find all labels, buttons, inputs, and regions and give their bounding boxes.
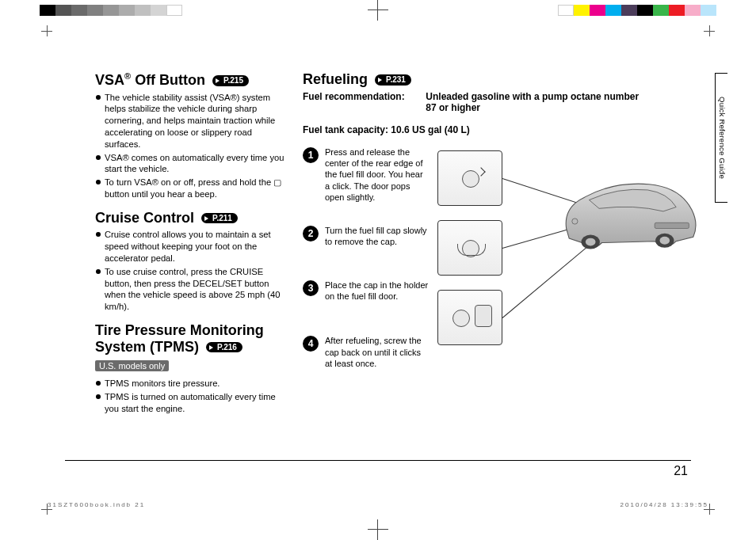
svg-point-5 <box>572 219 578 224</box>
fuel-recommendation: Fuel recommendation: Unleaded gasoline w… <box>303 91 691 113</box>
heading-tpms: Tire Pressure Monitoring System (TPMS) P… <box>95 322 290 355</box>
footer-imprint-left: 31SZT600book.indb 21 <box>48 501 145 508</box>
bullet-list: Cruise control allows you to maintain a … <box>95 229 290 312</box>
registration-mark-bottom <box>368 519 388 540</box>
page-ref: P.216 <box>206 342 242 353</box>
heading-vsa-off: VSA® Off Button P.215 <box>95 71 290 89</box>
step-2: 2 Turn the fuel fill cap slowly to remov… <box>303 225 430 248</box>
note-badge: U.S. models only <box>95 360 169 371</box>
illus-panel-2 <box>437 220 502 276</box>
page-content: Quick Reference Guide VSA® Off Button P.… <box>48 32 708 508</box>
step-number: 3 <box>303 280 319 296</box>
illus-panel-1 <box>437 150 502 206</box>
step-text: Press and release the center of the rear… <box>325 146 430 203</box>
step-number: 1 <box>303 147 319 163</box>
step-3: 3 Place the cap in the holder on the fue… <box>303 280 430 302</box>
bullet-list: TPMS monitors tire pressure. TPMS is tur… <box>95 378 290 414</box>
bullet: TPMS is turned on automatically every ti… <box>95 391 290 415</box>
heading-refueling: Refueling P.231 <box>303 71 691 88</box>
svg-point-3 <box>660 237 670 245</box>
svg-rect-4 <box>655 222 689 228</box>
bullet: Cruise control allows you to maintain a … <box>95 229 290 264</box>
fuel-capacity: Fuel tank capacity: 10.6 US gal (40 L) <box>303 124 691 135</box>
refueling-illustration <box>437 135 691 404</box>
color-swatches <box>558 5 716 16</box>
footer-rule <box>65 460 691 461</box>
step-text: Turn the fuel fill cap slowly to remove … <box>325 225 430 248</box>
bullet: TPMS monitors tire pressure. <box>95 378 290 390</box>
step-4: 4 After refueling, screw the cap back on… <box>303 335 430 369</box>
registration-mark-top <box>368 0 388 21</box>
step-number: 2 <box>303 226 319 241</box>
svg-point-1 <box>586 238 596 246</box>
step-text: After refueling, screw the cap back on u… <box>325 335 430 369</box>
bullet: To use cruise control, press the CRUISE … <box>95 266 290 313</box>
step-number: 4 <box>303 336 319 352</box>
crop-mark <box>704 25 715 36</box>
bullet: VSA® comes on automatically every time y… <box>95 152 290 176</box>
page-ref: P.215 <box>212 75 249 86</box>
crop-mark <box>41 25 52 36</box>
car-illustration <box>556 170 699 265</box>
step-1: 1 Press and release the center of the re… <box>303 146 430 203</box>
illus-panel-3 <box>437 290 502 345</box>
side-tab: Quick Reference Guide <box>715 73 727 203</box>
grayscale-swatches <box>40 5 182 16</box>
step-text: Place the cap in the holder on the fuel … <box>325 280 430 302</box>
footer-imprint-right: 2010/04/28 13:39:55 <box>620 501 708 508</box>
heading-cruise: Cruise Control P.211 <box>95 210 290 226</box>
bullet: The vehicle stability assist (VSA®) syst… <box>95 92 290 150</box>
page-number: 21 <box>674 464 688 478</box>
page-ref: P.211 <box>201 213 238 224</box>
left-column: VSA® Off Button P.215 The vehicle stabil… <box>95 71 290 424</box>
page-ref: P.231 <box>375 74 411 86</box>
right-column: Refueling P.231 Fuel recommendation: Unl… <box>303 71 691 424</box>
bullet-list: The vehicle stability assist (VSA®) syst… <box>95 92 290 200</box>
bullet: To turn VSA® on or off, press and hold t… <box>95 177 290 200</box>
